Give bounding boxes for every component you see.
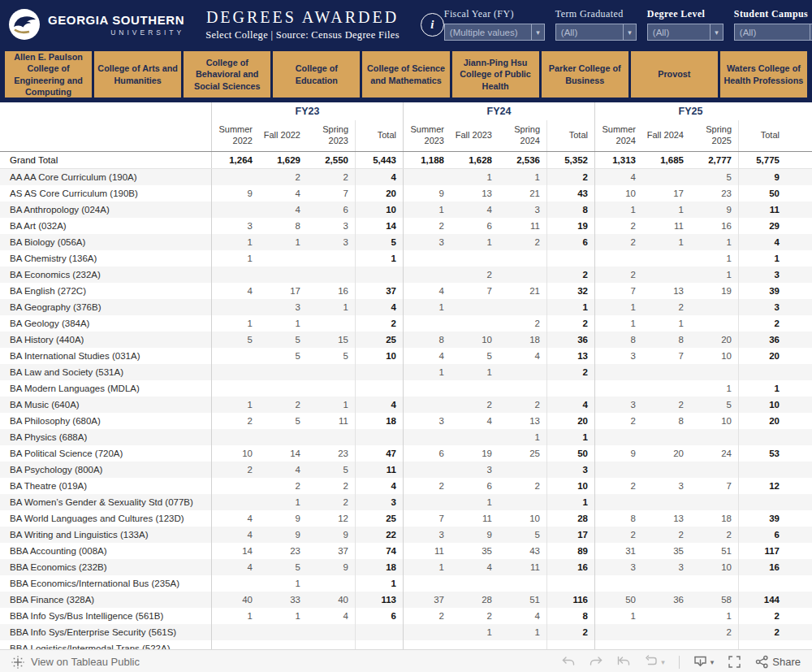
cell: 1,188 <box>403 152 451 168</box>
table-row[interactable]: BA Biology (056A)113531262114 <box>0 234 812 250</box>
column-header[interactable]: Spring 2025 <box>690 120 738 151</box>
table-row[interactable]: BA Music (640A)121422432510 <box>0 397 812 413</box>
table-row[interactable]: BA Physics (688A)11 <box>0 429 812 445</box>
fy-group-header[interactable]: FY25 <box>594 102 786 120</box>
table-row[interactable]: BBA Info Sys/Bus Intelligence (561B)1146… <box>0 608 812 624</box>
table-row[interactable]: BA Anthropology (024A)4610143811911 <box>0 202 812 218</box>
table-row[interactable]: BA Writing and Linguistics (133A)4992239… <box>0 527 812 543</box>
column-header[interactable]: Fall 2022 <box>259 120 307 151</box>
table-row[interactable]: BA Geography (376B)31411123 <box>0 299 812 315</box>
filter-dropdown[interactable]: (Multiple values)▾ <box>444 24 545 41</box>
table-row[interactable]: BBA Accounting (008A)1423377411354389313… <box>0 543 812 559</box>
cell: 1 <box>690 608 738 624</box>
refresh-button[interactable]: ▾ <box>644 655 665 669</box>
cell: 2 <box>307 478 355 494</box>
column-header[interactable]: Spring 2023 <box>307 120 355 151</box>
cell <box>259 380 307 397</box>
table-row[interactable]: BA Philosophy (680A)251118341320281020 <box>0 413 812 429</box>
cell: 1 <box>738 380 786 397</box>
college-tab-6[interactable]: Jiann-Ping Hsu College of Public Health <box>452 51 539 98</box>
cell <box>307 640 355 649</box>
table-row[interactable]: BA World Languages and Cultures (123D)49… <box>0 510 812 527</box>
cell <box>499 267 546 283</box>
filter-label: Degree Level <box>647 8 723 20</box>
college-tab-2[interactable]: College of Arts and Humanities <box>94 51 181 98</box>
column-header[interactable]: Summer 2022 <box>211 120 259 151</box>
cell: 6 <box>355 608 403 624</box>
filter-dropdown[interactable]: (All)▾ <box>647 24 723 41</box>
college-tab-5[interactable]: College of Science and Mathematics <box>362 51 449 98</box>
cell: 11 <box>355 462 403 478</box>
column-header[interactable]: Summer 2023 <box>403 120 451 151</box>
table-row[interactable]: BBA Logistics/Intermodal Trans (522A) <box>0 640 812 649</box>
row-label: BA Chemistry (136A) <box>0 250 211 267</box>
college-tab-9[interactable]: Waters College of Health Professions <box>720 51 807 98</box>
cell: 1 <box>690 267 738 283</box>
cell: 3 <box>451 462 499 478</box>
revert-button[interactable] <box>616 655 630 669</box>
cell: 2 <box>546 364 594 380</box>
table-row[interactable]: AS AS Core Curriculum (190B)947209132143… <box>0 185 812 202</box>
table-row[interactable]: BBA Economics (232B)45918141116331016 <box>0 559 812 575</box>
table-row[interactable]: BA Women’s Gender & Sexuality Std (077B)… <box>0 494 812 510</box>
table-row[interactable]: BA Law and Society (531A)112 <box>0 364 812 380</box>
cell: 2 <box>355 315 403 332</box>
column-header[interactable]: Spring 2024 <box>499 120 546 151</box>
column-header[interactable]: Fall 2024 <box>642 120 690 151</box>
cell: 47 <box>355 445 403 462</box>
table-row[interactable]: AA AA Core Curriculum (190A)224112459 <box>0 169 812 185</box>
table-row[interactable]: BA History (440A)5515258101836882036 <box>0 332 812 348</box>
column-header[interactable]: Total <box>355 120 403 151</box>
cell <box>307 575 355 592</box>
download-button[interactable]: ▾ <box>693 655 715 669</box>
table-row[interactable]: BA Psychology (800A)2451133 <box>0 462 812 478</box>
table-row[interactable]: BA International Studies (031A)551045413… <box>0 348 812 364</box>
fy-group-header[interactable]: FY23 <box>211 102 403 120</box>
table-row[interactable]: BBA Finance (328A)4033401133728511165036… <box>0 592 812 608</box>
table-row[interactable]: BA Political Science (720A)1014234761925… <box>0 445 812 462</box>
table-row[interactable]: BBA Economics/International Bus (235A)11 <box>0 575 812 592</box>
cell <box>403 494 451 510</box>
cell <box>355 364 403 380</box>
column-header[interactable]: Fall 2023 <box>451 120 499 151</box>
cell <box>546 640 594 649</box>
table-row[interactable]: BA Geology (384A)11222112 <box>0 315 812 332</box>
fullscreen-button[interactable] <box>728 655 741 669</box>
cell: 8 <box>642 332 690 348</box>
table-row[interactable]: BA Modern Languages (MDLA)11 <box>0 380 812 397</box>
redo-button[interactable] <box>589 655 603 669</box>
column-header[interactable]: Total <box>738 120 786 151</box>
cell: 40 <box>211 592 259 608</box>
filter-dropdown[interactable]: (All)▾ <box>734 24 812 41</box>
table-row[interactable]: BA English (272C)41716374721327131939 <box>0 283 812 299</box>
info-icon[interactable]: i <box>421 13 444 37</box>
cell: 13 <box>642 510 690 527</box>
column-header[interactable]: Summer 2024 <box>594 120 642 151</box>
table-row[interactable]: BA Economics (232A)22213 <box>0 267 812 283</box>
college-tab-8[interactable]: Provost <box>631 51 718 98</box>
cell: 11 <box>403 543 451 559</box>
table-row[interactable]: BBA Info Sys/Enterprise Security (561S)1… <box>0 624 812 640</box>
fy-group-header[interactable]: FY24 <box>403 102 594 120</box>
college-tab-4[interactable]: College of Education <box>273 51 360 98</box>
cell: 15 <box>307 332 355 348</box>
college-tab-1[interactable]: Allen E. Paulson College of Engineering … <box>5 51 92 98</box>
share-button[interactable]: Share <box>755 655 801 669</box>
cell: 53 <box>738 445 786 462</box>
table-row[interactable]: BA Art (032A)383142611192111629 <box>0 218 812 234</box>
table-row[interactable]: BA Theatre (019A)2242621023712 <box>0 478 812 494</box>
bottom-toolbar: View on Tableau Public ▾▾Share <box>0 649 812 672</box>
filter-dropdown[interactable]: (All)▾ <box>555 24 637 41</box>
cell: 10 <box>594 185 642 202</box>
table-row[interactable]: BA Chemistry (136A)1111 <box>0 250 812 267</box>
grand-total-row[interactable]: Grand Total1,2641,6292,5505,4431,1881,62… <box>0 152 812 169</box>
column-header[interactable]: Total <box>546 120 594 151</box>
view-on-tableau-public-link[interactable]: View on Tableau Public <box>11 656 140 669</box>
cell <box>451 640 499 649</box>
undo-button[interactable] <box>561 655 575 669</box>
toolbar-buttons: ▾▾Share <box>561 655 801 669</box>
college-tab-7[interactable]: Parker College of Business <box>542 51 628 98</box>
row-label: BBA Logistics/Intermodal Trans (522A) <box>0 640 211 649</box>
cell: 2 <box>642 527 690 543</box>
college-tab-3[interactable]: College of Behavioral and Social Science… <box>184 51 270 98</box>
